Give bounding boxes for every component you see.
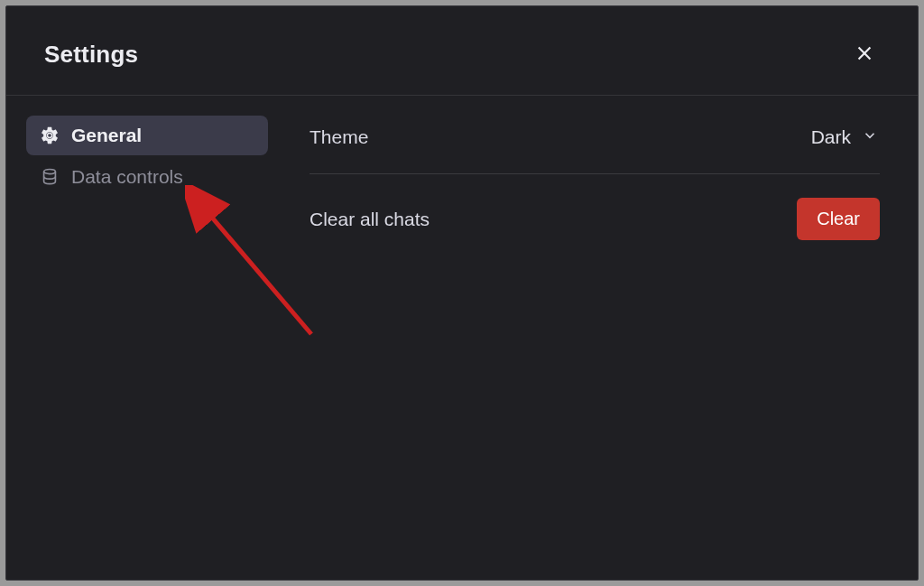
settings-modal: Settings General	[5, 5, 919, 581]
svg-point-2	[44, 169, 56, 173]
sidebar-item-label: General	[71, 125, 142, 146]
database-icon	[39, 166, 60, 188]
clear-button[interactable]: Clear	[797, 198, 880, 240]
close-icon	[855, 43, 874, 66]
clear-chats-row: Clear all chats Clear	[310, 174, 880, 253]
theme-label: Theme	[310, 126, 368, 148]
theme-select[interactable]: Dark	[809, 121, 880, 153]
theme-row: Theme Dark	[310, 116, 880, 174]
gear-icon	[39, 125, 60, 146]
sidebar: General Data controls	[6, 116, 288, 580]
close-button[interactable]	[849, 39, 880, 70]
clear-chats-label: Clear all chats	[310, 209, 430, 230]
sidebar-item-data-controls[interactable]: Data controls	[26, 157, 268, 197]
page-title: Settings	[44, 41, 138, 69]
theme-value: Dark	[811, 126, 851, 148]
sidebar-item-general[interactable]: General	[26, 116, 268, 155]
modal-header: Settings	[6, 6, 918, 96]
modal-body: General Data controls Theme	[6, 96, 918, 580]
settings-content: Theme Dark Clear all chats Clear	[288, 116, 918, 580]
sidebar-item-label: Data controls	[71, 166, 183, 188]
chevron-down-icon	[862, 126, 878, 148]
